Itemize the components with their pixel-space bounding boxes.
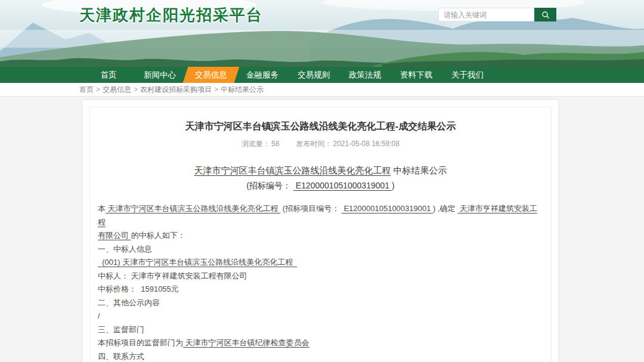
underlined-text: 天津市宁河区丰台镇纪律检查委员会 <box>183 338 309 347</box>
body-text: ) ,确定 <box>433 204 457 213</box>
nav-item-4[interactable]: 金融服务 <box>237 67 288 83</box>
breadcrumb-item-2[interactable]: 交易信息 <box>103 85 131 94</box>
bid-no-suffix: ) <box>392 181 395 190</box>
bid-number: E1200001051000319001 <box>293 181 392 190</box>
nav-item-label: 交易规则 <box>298 70 330 81</box>
body-line-3: 一、中标人信息 <box>98 243 543 256</box>
subtitle-suffix: 中标结果公示 <box>391 165 447 175</box>
body-line-9: 三、监督部门 <box>98 323 543 337</box>
body-line-11: 四、联系方式 <box>98 350 543 362</box>
publish-time: 2021-05-08 16:59:08 <box>333 140 399 148</box>
body-text: (招标项目编号： <box>280 204 342 213</box>
nav-item-label: 交易信息 <box>195 70 227 81</box>
underlined-text: 天津市宁河区丰台镇滨玉公路线沿线美化亮化工程 <box>106 204 280 213</box>
body-text: 中标价格： 1591055元 <box>98 284 179 293</box>
article-title: 天津市宁河区丰台镇滨玉公路线沿线美化亮化工程-成交结果公示 <box>97 120 544 133</box>
body-text: 本 <box>98 204 106 213</box>
nav-item-label: 关于我们 <box>451 70 484 81</box>
body-line-10: 本招标项目的监督部门为 天津市宁河区丰台镇纪律检查委员会 <box>98 336 543 350</box>
breadcrumb-item-4[interactable]: 中标结果公示 <box>221 85 264 94</box>
search-input[interactable] <box>438 8 534 21</box>
views-count: 58 <box>271 140 279 148</box>
breadcrumb-separator: > <box>96 85 100 94</box>
underlined-text: E1200001051000319001 <box>342 204 433 213</box>
nav-item-label: 政策法规 <box>349 70 381 81</box>
body-text: 本招标项目的监督部门为 <box>98 338 183 347</box>
body-text: 一、中标人信息 <box>98 245 152 253</box>
body-line-8: / <box>98 310 543 323</box>
bid-no-prefix: (招标编号： <box>246 181 293 190</box>
body-text: 四、联系方式 <box>98 352 144 361</box>
breadcrumb-separator: > <box>214 85 218 94</box>
breadcrumb-item-3[interactable]: 农村建设招标采购项目 <box>140 85 212 94</box>
article-meta: 浏览量：58发布时间：2021-05-08 16:59:08 <box>97 139 544 149</box>
body-text: 二、其他公示内容 <box>98 298 160 307</box>
breadcrumb-separator: > <box>134 85 138 94</box>
body-text: 的中标人如下： <box>131 231 185 240</box>
body-line-2: 有限公司 的中标人如下： <box>98 229 543 243</box>
search-icon <box>541 11 550 19</box>
body-text: / <box>98 311 100 320</box>
nav-item-label: 资料下载 <box>400 70 432 81</box>
body-line-7: 二、其他公示内容 <box>98 296 543 310</box>
underlined-text: 有限公司 <box>98 231 131 240</box>
nav-item-label: 金融服务 <box>246 70 278 81</box>
nav-item-8[interactable]: 关于我们 <box>442 67 493 83</box>
body-line-4: (001) 天津市宁河区丰台镇滨玉公路线沿线美化亮化工程 <box>98 256 543 270</box>
breadcrumb: 首页>交易信息>农村建设招标采购项目>中标结果公示 <box>79 85 264 95</box>
body-text: 中标人： 天津市亨祥建筑安装工程有限公司 <box>98 271 247 280</box>
nav-items: 首页新闻中心交易信息金融服务交易规则政策法规资料下载关于我们 <box>0 67 644 83</box>
views-label: 浏览量： <box>242 140 270 148</box>
nav-item-1[interactable]: 首页 <box>83 67 134 83</box>
nav-item-7[interactable]: 资料下载 <box>391 67 442 83</box>
bid-number-line: (招标编号： E1200001051000319001 ) <box>97 181 544 191</box>
nav-item-5[interactable]: 交易规则 <box>288 67 339 83</box>
article-body: 本 天津市宁河区丰台镇滨玉公路线沿线美化亮化工程 (招标项目编号： E12000… <box>97 202 544 362</box>
publish-label: 发布时间： <box>296 140 332 148</box>
article-subtitle: 天津市宁河区丰台镇滨玉公路线沿线美化亮化工程 中标结果公示 <box>97 165 544 177</box>
search-button[interactable] <box>534 8 556 21</box>
search-bar <box>438 8 556 21</box>
body-text: 三、监督部门 <box>98 325 144 334</box>
underlined-text: (001) 天津市宁河区丰台镇滨玉公路线沿线美化亮化工程 <box>98 258 297 267</box>
breadcrumb-row: 首页>交易信息>农村建设招标采购项目>中标结果公示 <box>0 83 644 96</box>
views-group: 浏览量：58 <box>242 140 279 148</box>
nav-item-label: 首页 <box>101 70 117 81</box>
nav-item-6[interactable]: 政策法规 <box>339 67 391 83</box>
site-title: 天津政村企阳光招采平台 <box>79 5 263 26</box>
nav-item-3[interactable]: 交易信息 <box>183 67 240 83</box>
nav-item-2[interactable]: 新闻中心 <box>134 67 185 83</box>
site-header: 天津政村企阳光招采平台 <box>0 0 644 67</box>
breadcrumb-item-1[interactable]: 首页 <box>79 85 94 94</box>
publish-group: 发布时间：2021-05-08 16:59:08 <box>296 140 399 148</box>
content-area: 天津市宁河区丰台镇滨玉公路线沿线美化亮化工程-成交结果公示 浏览量：58发布时间… <box>0 96 644 362</box>
body-line-6: 中标价格： 1591055元 <box>98 283 543 296</box>
article-box: 天津市宁河区丰台镇滨玉公路线沿线美化亮化工程-成交结果公示 浏览量：58发布时间… <box>83 100 558 362</box>
subtitle-project-name: 天津市宁河区丰台镇滨玉公路线沿线美化亮化工程 <box>194 165 391 175</box>
article-inner-frame: 天津市宁河区丰台镇滨玉公路线沿线美化亮化工程-成交结果公示 浏览量：58发布时间… <box>89 107 552 362</box>
body-line-5: 中标人： 天津市亨祥建筑安装工程有限公司 <box>98 270 543 283</box>
nav-item-label: 新闻中心 <box>144 70 176 81</box>
main-nav: 首页新闻中心交易信息金融服务交易规则政策法规资料下载关于我们 <box>0 67 644 83</box>
body-line-1: 本 天津市宁河区丰台镇滨玉公路线沿线美化亮化工程 (招标项目编号： E12000… <box>98 202 543 229</box>
